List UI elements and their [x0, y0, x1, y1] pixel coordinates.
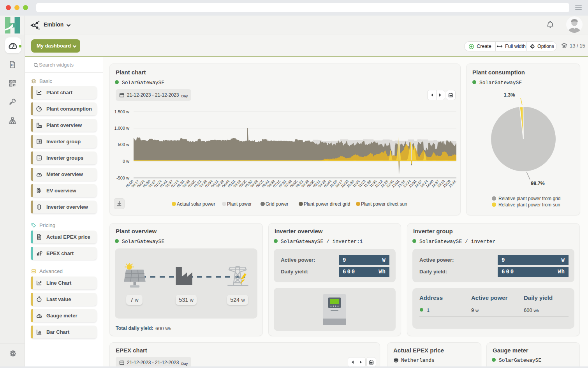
svg-text:€: € [38, 237, 40, 239]
svg-text:€: € [11, 63, 12, 67]
svg-text:€: € [40, 251, 41, 254]
